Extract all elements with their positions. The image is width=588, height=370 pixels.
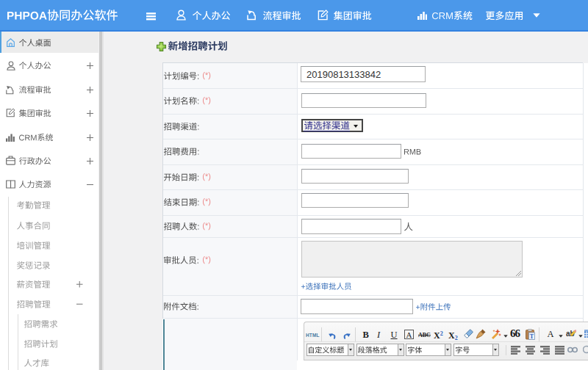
svg-text:T: T xyxy=(530,333,534,340)
